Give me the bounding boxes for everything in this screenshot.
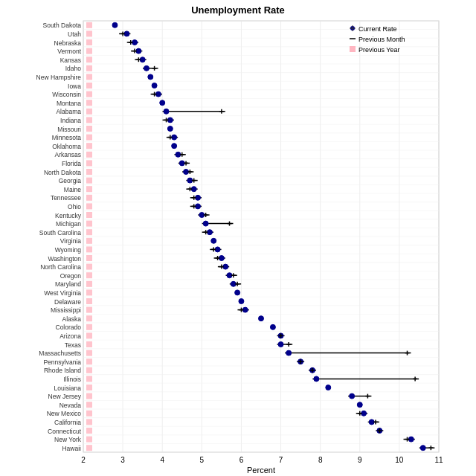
- svg-rect-94: [86, 298, 92, 304]
- svg-rect-99: [86, 341, 92, 347]
- svg-text:4: 4: [160, 456, 164, 464]
- svg-point-296: [357, 402, 362, 408]
- svg-rect-79: [86, 169, 92, 175]
- svg-rect-69: [86, 83, 92, 89]
- svg-text:Rhode Island: Rhode Island: [44, 367, 81, 374]
- svg-text:Alabama: Alabama: [56, 108, 81, 115]
- svg-point-270: [286, 350, 292, 356]
- svg-rect-101: [86, 358, 92, 364]
- svg-text:Washington: Washington: [48, 255, 81, 263]
- svg-text:Illinois: Illinois: [63, 376, 81, 383]
- svg-point-141: [152, 83, 157, 89]
- svg-rect-73: [86, 117, 92, 123]
- svg-rect-62: [86, 22, 92, 28]
- svg-text:Mississippi: Mississippi: [51, 306, 81, 314]
- svg-rect-110: [86, 437, 92, 443]
- svg-rect-63: [86, 30, 92, 36]
- svg-text:Oklahoma: Oklahoma: [52, 143, 81, 150]
- svg-text:New York: New York: [54, 436, 82, 443]
- svg-rect-88: [86, 246, 92, 252]
- svg-text:Louisiana: Louisiana: [54, 385, 82, 392]
- svg-rect-93: [86, 289, 92, 295]
- svg-text:Connecticut: Connecticut: [48, 428, 82, 435]
- svg-text:South Carolina: South Carolina: [39, 229, 82, 237]
- svg-text:Idaho: Idaho: [65, 65, 82, 72]
- svg-rect-109: [86, 428, 92, 434]
- svg-text:6: 6: [239, 456, 244, 464]
- svg-rect-103: [86, 376, 92, 382]
- svg-text:2: 2: [81, 456, 86, 464]
- svg-text:Delaware: Delaware: [54, 298, 81, 306]
- svg-text:Alaska: Alaska: [62, 315, 81, 323]
- svg-text:Arizona: Arizona: [60, 332, 81, 340]
- svg-rect-76: [86, 143, 92, 149]
- svg-text:Iowa: Iowa: [68, 83, 81, 90]
- svg-point-265: [278, 342, 283, 347]
- svg-text:3: 3: [120, 456, 125, 464]
- svg-rect-83: [86, 203, 92, 209]
- svg-text:Nebraska: Nebraska: [54, 39, 82, 47]
- svg-rect-78: [86, 160, 92, 166]
- svg-text:Previous Month: Previous Month: [358, 36, 405, 43]
- svg-text:7: 7: [279, 456, 283, 464]
- svg-rect-97: [86, 324, 92, 330]
- svg-text:New Jersey: New Jersey: [48, 393, 82, 400]
- svg-point-135: [144, 65, 149, 71]
- svg-text:Arkansas: Arkansas: [55, 151, 81, 158]
- svg-rect-106: [86, 402, 92, 408]
- svg-rect-64: [86, 39, 92, 45]
- svg-point-248: [239, 299, 244, 304]
- svg-text:Montana: Montana: [57, 100, 81, 107]
- svg-rect-96: [86, 315, 92, 321]
- svg-rect-100: [86, 350, 92, 356]
- svg-text:Indiana: Indiana: [60, 117, 81, 124]
- svg-text:Hawaii: Hawaii: [62, 445, 81, 452]
- svg-rect-84: [86, 212, 92, 218]
- svg-text:10: 10: [395, 456, 404, 464]
- svg-rect-68: [86, 74, 92, 80]
- svg-rect-74: [86, 126, 92, 132]
- svg-rect-92: [86, 281, 92, 287]
- svg-text:North Carolina: North Carolina: [40, 263, 81, 271]
- svg-rect-104: [86, 385, 92, 390]
- svg-point-285: [314, 376, 319, 382]
- svg-text:Virginia: Virginia: [60, 237, 81, 245]
- svg-text:Kansas: Kansas: [60, 57, 81, 64]
- svg-text:Kentucky: Kentucky: [55, 212, 82, 219]
- svg-text:California: California: [54, 419, 81, 426]
- svg-text:11: 11: [434, 456, 443, 464]
- svg-point-219: [211, 238, 216, 243]
- svg-rect-111: [86, 445, 92, 451]
- svg-rect-71: [86, 100, 92, 106]
- svg-text:Vermont: Vermont: [57, 48, 81, 55]
- svg-text:New Hampshire: New Hampshire: [36, 74, 82, 81]
- svg-text:Georgia: Georgia: [59, 177, 82, 184]
- svg-point-319: [420, 446, 425, 451]
- svg-text:Massachusetts: Massachusetts: [39, 350, 81, 357]
- svg-rect-102: [86, 367, 92, 373]
- svg-text:Missouri: Missouri: [57, 126, 81, 133]
- svg-rect-108: [86, 419, 92, 425]
- svg-point-289: [326, 385, 331, 390]
- svg-text:North Dakota: North Dakota: [44, 169, 81, 176]
- svg-rect-81: [86, 186, 92, 192]
- svg-rect-107: [86, 411, 92, 416]
- svg-rect-70: [86, 91, 92, 97]
- svg-rect-75: [86, 135, 92, 141]
- svg-rect-66: [86, 57, 92, 62]
- svg-rect-341: [350, 46, 356, 52]
- svg-text:Colorado: Colorado: [56, 324, 82, 331]
- svg-point-255: [259, 316, 264, 321]
- svg-text:Maine: Maine: [64, 186, 81, 193]
- chart-container: Unemployment Rate South DakotaUtahNebras…: [0, 0, 476, 476]
- svg-rect-89: [86, 255, 92, 261]
- svg-text:Texas: Texas: [65, 341, 81, 349]
- svg-point-112: [112, 22, 118, 28]
- svg-text:Florida: Florida: [62, 160, 81, 167]
- chart-title: Unemployment Rate: [191, 4, 285, 16]
- svg-text:Oregon: Oregon: [60, 272, 82, 280]
- svg-point-292: [350, 393, 355, 399]
- svg-point-151: [164, 109, 169, 114]
- svg-text:Utah: Utah: [68, 30, 81, 38]
- svg-rect-87: [86, 238, 92, 244]
